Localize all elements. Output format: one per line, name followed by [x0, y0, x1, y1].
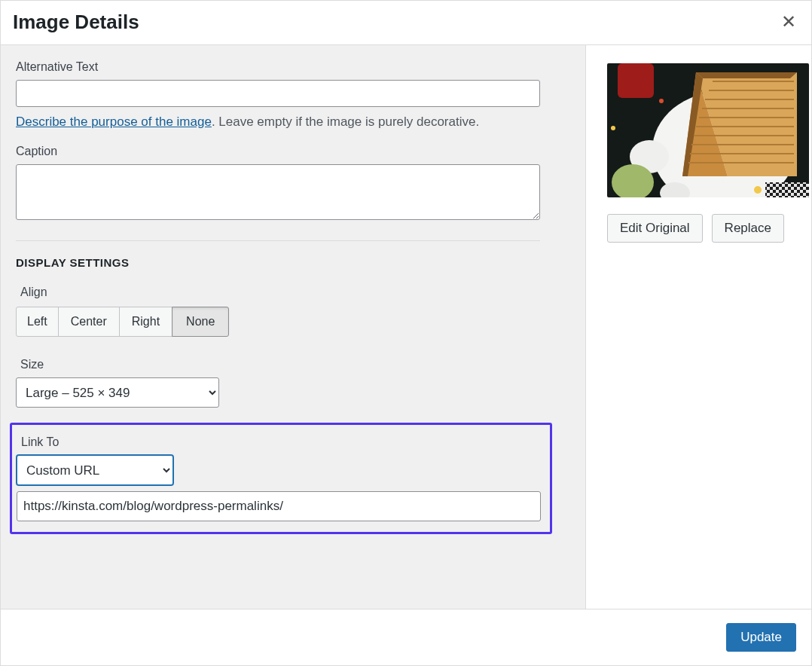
svg-marker-4 — [696, 72, 797, 78]
alt-text-help: Describe the purpose of the image. Leave… — [16, 115, 570, 130]
svg-point-22 — [754, 186, 762, 194]
alt-text-input[interactable] — [16, 80, 540, 107]
describe-purpose-link[interactable]: Describe the purpose of the image — [16, 115, 212, 129]
caption-input[interactable] — [16, 164, 540, 220]
update-button[interactable]: Update — [726, 623, 796, 652]
size-label: Size — [20, 358, 570, 371]
link-to-select[interactable]: Custom URL — [17, 455, 173, 485]
svg-rect-16 — [618, 63, 654, 98]
edit-original-button[interactable]: Edit Original — [607, 214, 703, 243]
svg-point-24 — [611, 126, 615, 130]
link-to-label: Link To — [21, 435, 545, 449]
link-url-input[interactable] — [17, 491, 541, 521]
settings-pane: Alternative Text Describe the purpose of… — [1, 45, 585, 609]
align-none-button[interactable]: None — [172, 307, 229, 337]
alt-text-label: Alternative Text — [16, 60, 570, 74]
modal-footer: Update — [1, 609, 811, 665]
align-right-button[interactable]: Right — [119, 307, 172, 337]
preview-pane: Edit Original Replace — [585, 45, 811, 609]
align-button-group: Left Center Right None — [16, 307, 229, 337]
modal-title: Image Details — [13, 11, 139, 34]
modal-header: Image Details ✕ — [1, 1, 811, 45]
display-settings-heading: DISPLAY SETTINGS — [16, 256, 570, 269]
align-left-button[interactable]: Left — [16, 307, 59, 337]
svg-point-23 — [659, 99, 664, 103]
divider — [16, 240, 540, 241]
align-label: Align — [20, 286, 570, 299]
link-to-highlight: Link To Custom URL — [10, 423, 552, 534]
svg-rect-21 — [765, 182, 809, 197]
replace-button[interactable]: Replace — [712, 214, 784, 243]
size-select[interactable]: Large – 525 × 349 — [16, 377, 219, 408]
alt-text-help-suffix: . Leave empty if the image is purely dec… — [212, 115, 479, 129]
close-icon[interactable]: ✕ — [778, 8, 799, 35]
image-preview — [607, 63, 809, 197]
align-center-button[interactable]: Center — [58, 307, 120, 337]
caption-label: Caption — [16, 145, 570, 158]
